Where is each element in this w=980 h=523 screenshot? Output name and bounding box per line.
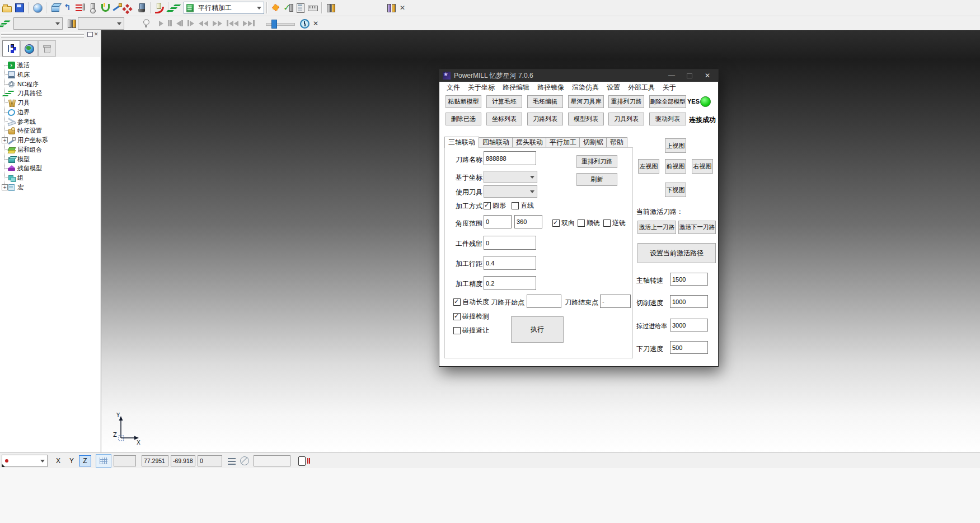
tree-item-tools[interactable]: 刀具: [8, 98, 30, 107]
view-front-button[interactable]: 前视图: [665, 159, 686, 174]
tool-combo[interactable]: [78, 17, 124, 30]
menu-settings[interactable]: 设置: [603, 83, 624, 92]
snap-value-field[interactable]: [114, 455, 136, 466]
slider-thumb[interactable]: [271, 20, 277, 29]
coord-y-field[interactable]: -69.918: [171, 455, 195, 466]
stepover-input[interactable]: [484, 256, 536, 270]
toolpaths-icon[interactable]: [2, 18, 12, 29]
tab-help[interactable]: 帮助: [606, 137, 627, 147]
drive-list-button[interactable]: 驱动列表: [649, 113, 686, 125]
toolpaths-icon[interactable]: [172, 2, 183, 13]
collision-check-checkbox[interactable]: [453, 313, 461, 320]
start-point-input[interactable]: [527, 295, 561, 308]
panel-float-icon[interactable]: [87, 32, 93, 37]
panel-grip[interactable]: [1, 35, 84, 38]
paste-new-model-button[interactable]: 粘贴新模型: [446, 95, 481, 108]
tool-holder-icon[interactable]: [136, 2, 147, 13]
tool-library-button[interactable]: 星河刀具库: [568, 95, 604, 108]
tree-item-stock-models[interactable]: 残留模型: [8, 164, 42, 172]
ball-tool-icon[interactable]: [87, 2, 98, 13]
tab-explorer-tree[interactable]: [2, 40, 20, 57]
fast-forward-button[interactable]: [213, 21, 222, 26]
climb-checkbox[interactable]: [578, 220, 585, 227]
panel-grip[interactable]: [1, 32, 84, 35]
rapid-feed-input[interactable]: [670, 319, 708, 331]
maximize-button[interactable]: [687, 73, 692, 78]
toolpath-list-button[interactable]: 刀路列表: [527, 113, 563, 125]
clock-icon[interactable]: [299, 18, 310, 29]
view-top-button[interactable]: 上视图: [665, 138, 686, 153]
block-icon[interactable]: [50, 2, 61, 13]
spindle-speed-input[interactable]: [670, 273, 708, 286]
tab-saw[interactable]: 切割锯: [579, 137, 607, 147]
lamp-icon[interactable]: [140, 18, 152, 29]
stock-icon[interactable]: [74, 2, 86, 13]
tree-item-workplanes[interactable]: 用户坐标系: [8, 136, 48, 144]
external-tools-icon[interactable]: [386, 2, 397, 13]
coord-x-field[interactable]: 77.2951: [142, 455, 168, 466]
menu-external-tools[interactable]: 外部工具: [624, 83, 659, 92]
curve-editor-icon[interactable]: [111, 2, 123, 13]
tool-arc-icon[interactable]: [154, 2, 165, 13]
pattern-icon[interactable]: [124, 2, 135, 13]
play-button[interactable]: [159, 21, 163, 26]
machining-strategy-combo[interactable]: 平行精加工: [184, 2, 264, 14]
toolbar-close-icon[interactable]: ✕: [311, 18, 321, 29]
tree-item-feature-sets[interactable]: 特征设置: [8, 126, 42, 135]
rearrange-button[interactable]: 重排列刀路: [576, 155, 617, 168]
pause-button[interactable]: [168, 20, 172, 26]
angle-start-input[interactable]: [484, 215, 512, 228]
menu-path-edit[interactable]: 路径编辑: [499, 83, 533, 92]
verify-icon[interactable]: [283, 2, 294, 13]
coord-combo[interactable]: [484, 171, 537, 183]
activate-prev-button[interactable]: 激活上一刀路: [637, 221, 676, 234]
ruler-icon[interactable]: [307, 2, 318, 13]
menu-file[interactable]: 文件: [443, 83, 464, 92]
shading-icon[interactable]: [32, 2, 43, 13]
tab-explorer-web[interactable]: [20, 40, 38, 57]
view-right-button[interactable]: 右视图: [692, 159, 713, 174]
tree-item-levels[interactable]: 层和组合: [8, 145, 42, 154]
conventional-checkbox[interactable]: [603, 220, 611, 227]
star-tool-icon[interactable]: [270, 2, 282, 13]
tools-pair-icon[interactable]: [325, 2, 336, 13]
block-edit-button[interactable]: 毛坯编辑: [527, 95, 563, 108]
grid-toggle-button[interactable]: [96, 454, 111, 468]
close-button[interactable]: ✕: [698, 69, 717, 82]
tab-parallel[interactable]: 平行加工: [546, 137, 580, 147]
activate-next-button[interactable]: 激活下一刀路: [678, 221, 716, 234]
tolerance-input[interactable]: [484, 276, 536, 290]
execute-button[interactable]: 执行: [511, 316, 564, 343]
menu-render-sim[interactable]: 渲染仿真: [568, 83, 603, 92]
end-point-input[interactable]: [600, 295, 631, 308]
circle-checkbox[interactable]: [484, 202, 491, 209]
angle-end-input[interactable]: [514, 215, 542, 228]
tree-item-toolpaths[interactable]: 刀具路径: [8, 88, 42, 97]
xyz-list-icon[interactable]: [228, 457, 236, 465]
tree-item-groups[interactable]: 组: [8, 173, 24, 182]
view-bottom-button[interactable]: 下视图: [665, 183, 686, 197]
save-icon[interactable]: [14, 2, 25, 13]
open-icon[interactable]: [2, 2, 13, 13]
axis-x-button[interactable]: X: [52, 455, 64, 466]
collision-icon[interactable]: [99, 2, 110, 13]
bidirectional-checkbox[interactable]: [552, 220, 560, 227]
toolpath-name-input[interactable]: [484, 151, 536, 165]
line-checkbox[interactable]: [512, 202, 519, 209]
expand-workplanes-icon[interactable]: +: [2, 137, 8, 143]
calculator-icon[interactable]: [295, 2, 306, 13]
tool-list-button[interactable]: 刀具列表: [608, 113, 644, 125]
delete-all-models-button[interactable]: 删除全部模型: [649, 95, 686, 108]
expand-macros-icon[interactable]: +: [2, 184, 8, 190]
coord-z-field[interactable]: 0: [198, 455, 222, 466]
refresh-button[interactable]: 刷新: [576, 173, 617, 186]
axis-z-button[interactable]: Z: [79, 455, 91, 466]
menu-about[interactable]: 关于: [659, 83, 680, 92]
delete-selected-button[interactable]: 删除已选: [446, 113, 481, 125]
set-active-path-button[interactable]: 设置当前激活路径: [637, 243, 716, 263]
go-to-start-button[interactable]: [227, 20, 238, 26]
panel-close-icon[interactable]: ✕: [94, 31, 99, 37]
rewind-button[interactable]: [199, 21, 208, 26]
minimize-button[interactable]: —: [662, 69, 681, 82]
go-to-end-button[interactable]: [243, 20, 255, 26]
